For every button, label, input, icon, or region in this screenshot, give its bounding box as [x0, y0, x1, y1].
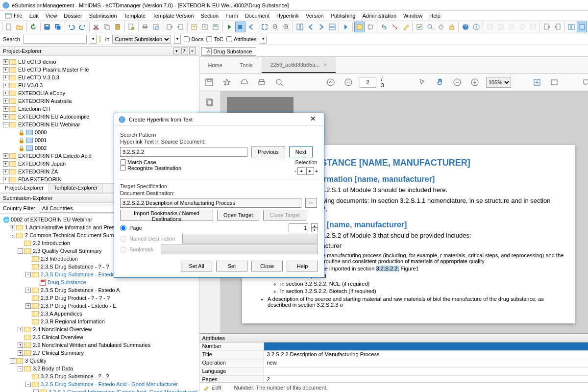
menu-document[interactable]: Document — [242, 12, 272, 20]
link-break-icon[interactable] — [390, 22, 400, 32]
pdf-thumbs-icon[interactable] — [203, 96, 216, 109]
ext3-icon[interactable] — [506, 22, 516, 32]
crop-icon[interactable] — [365, 22, 375, 32]
menu-help[interactable]: Help — [426, 12, 443, 20]
link-icon[interactable] — [379, 22, 389, 32]
zoom-in-icon[interactable] — [281, 22, 291, 32]
tree-item[interactable]: -3.2.S Drug Substance - Extedo Acid - Go… — [1, 380, 198, 388]
tree-item[interactable]: +Extedorin CH — [1, 105, 198, 113]
ext1-icon[interactable] — [485, 22, 495, 32]
previous-button[interactable]: Previous — [251, 147, 285, 157]
tree-item[interactable]: 2.5 Clinical Overview — [1, 333, 198, 341]
panel-pin-icon[interactable]: ⊼ — [181, 48, 188, 54]
tree-item[interactable]: +EU eCTD demo — [1, 58, 198, 66]
menu-dossier[interactable]: Dossier — [61, 12, 85, 20]
pdf-zoom-in-icon[interactable] — [468, 76, 481, 89]
help-button[interactable]: Help — [287, 261, 318, 271]
menu-publishing[interactable]: Publishing — [328, 12, 359, 20]
pdf-zoom-select[interactable]: 105% — [486, 77, 511, 88]
panel-close-icon[interactable]: × — [189, 48, 196, 54]
copy-icon[interactable] — [102, 22, 112, 32]
window-tile2-icon[interactable] — [327, 22, 337, 32]
tab-project-explorer[interactable]: Project-Explorer — [0, 184, 49, 193]
pdf-tools-tab[interactable]: Tools — [231, 57, 262, 73]
save-icon[interactable] — [42, 22, 52, 32]
fullscreen-icon[interactable] — [259, 22, 270, 32]
pdf-view-icon[interactable] — [548, 76, 561, 89]
doc-prev-icon[interactable] — [552, 22, 563, 32]
attributes-checkbox[interactable]: Attributes — [226, 36, 256, 42]
scope-dropdown-icon[interactable]: ▾ — [174, 35, 181, 44]
link-edit-icon[interactable] — [400, 22, 411, 32]
tree-doc-item[interactable]: Drug Substance — [1, 278, 198, 286]
next-button[interactable]: Next — [289, 147, 313, 157]
compare-icon[interactable] — [566, 22, 576, 32]
tree-item[interactable]: +2.3.S Drug Substance - Extedo A — [1, 286, 198, 294]
panel-menu-icon[interactable]: ▾ — [173, 48, 180, 54]
refresh-icon[interactable] — [28, 22, 39, 32]
cut-icon[interactable] — [91, 22, 101, 32]
pdf-star-icon[interactable] — [220, 76, 233, 89]
set-button[interactable]: Set — [216, 261, 247, 271]
nav-fwd-icon[interactable] — [341, 22, 351, 32]
prev-arrow-icon[interactable] — [305, 22, 316, 32]
save-all-icon[interactable] — [53, 22, 63, 32]
section-del-icon[interactable]: × — [200, 22, 210, 32]
tree-item[interactable]: -3 Quality — [1, 357, 198, 365]
pdf-cloud-icon[interactable] — [238, 76, 251, 89]
tree-item[interactable]: 3.2.S Drug Substance - ? - ? — [1, 372, 198, 380]
next-arrow-icon[interactable] — [316, 22, 326, 32]
close-tab-icon[interactable]: × — [323, 62, 326, 68]
menu-view[interactable]: View — [43, 12, 60, 20]
doc-next-icon[interactable] — [541, 22, 552, 32]
pdf-page-up-icon[interactable] — [324, 76, 337, 89]
pdf-select-icon[interactable] — [416, 76, 429, 89]
tree-item[interactable]: +EXTEDOLIA eCopy — [1, 89, 198, 97]
import-bookmarks-button[interactable]: Import Bookmarks / Named Destinations — [120, 210, 213, 220]
tree-item[interactable]: -3.2.S.1 General Information (Extedo Aci… — [1, 388, 198, 392]
tree-item[interactable]: 2.3.P Drug Product - ? - ? - ? — [1, 294, 198, 302]
pdf-print-icon[interactable] — [256, 76, 269, 89]
gear-icon[interactable] — [436, 22, 446, 32]
play-icon[interactable] — [224, 22, 235, 32]
tree-item[interactable]: +2.7 Clinical Summary — [1, 349, 198, 357]
pdf-page-input[interactable] — [360, 77, 376, 88]
browse-dest-button[interactable]: … — [305, 198, 317, 208]
open-target-button[interactable]: Open Target — [217, 210, 259, 220]
attr-row[interactable]: Title3.2.S.2.2 Description of Manufactur… — [199, 351, 588, 359]
attributes-table[interactable]: NumberTitle3.2.S.2.2 Description of Manu… — [199, 343, 588, 382]
close-target-button[interactable]: Close Target — [263, 210, 306, 220]
paste-icon[interactable] — [113, 22, 123, 32]
page-spin-down[interactable]: ▾ — [311, 228, 318, 232]
tree-item[interactable]: +2.6 Nonclinical Written and Tabulated S… — [1, 341, 198, 349]
pdf-file-tab[interactable]: 2259_ae8d39b65a...× — [262, 57, 336, 73]
info-icon[interactable]: i — [471, 22, 481, 32]
pdf-page-down-icon[interactable] — [342, 76, 355, 89]
menu-file[interactable]: File — [11, 12, 25, 20]
search-input[interactable] — [23, 35, 87, 44]
search-go-icon[interactable]: ▾ — [260, 35, 267, 44]
attr-row[interactable]: Pages2 — [199, 376, 588, 382]
ext5-icon[interactable] — [528, 22, 538, 32]
document-tab[interactable]: A Drug Substance — [201, 47, 257, 56]
window-tile-icon[interactable] — [294, 22, 305, 32]
match-case-checkbox[interactable]: Match Case — [120, 159, 181, 165]
menu-window[interactable]: Window — [400, 12, 425, 20]
redo-icon[interactable] — [77, 22, 88, 32]
set-all-button[interactable]: Set All — [181, 261, 212, 271]
menu-section[interactable]: Section — [198, 12, 222, 20]
tree-item[interactable]: +2.3.P Drug Product - Extedo - E — [1, 302, 198, 310]
zoom-out-icon[interactable] — [270, 22, 280, 32]
selection-left-button[interactable]: ◂ — [297, 167, 305, 175]
search-dropdown-icon[interactable]: ▾ — [90, 35, 97, 44]
attr-row[interactable]: Number — [199, 343, 588, 351]
pdf-hand-icon[interactable] — [434, 76, 446, 89]
ext4-icon[interactable] — [517, 22, 527, 32]
named-dest-radio[interactable] — [120, 236, 126, 242]
bookmark-radio[interactable] — [120, 246, 126, 253]
help-icon[interactable]: ? — [460, 22, 470, 32]
tab-template-explorer[interactable]: Template-Explorer — [49, 184, 103, 193]
export-icon[interactable] — [165, 22, 175, 32]
pdf-home-tab[interactable]: Home — [199, 57, 231, 73]
stop-icon[interactable] — [235, 22, 245, 32]
